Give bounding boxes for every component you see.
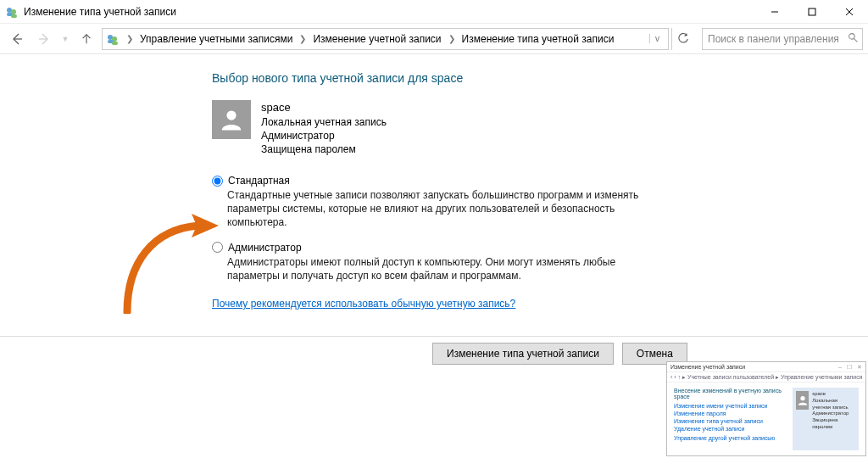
mini-user-name: space <box>812 391 855 398</box>
refresh-button[interactable] <box>671 28 693 50</box>
mini-link: Изменение типа учетной записи <box>674 418 786 424</box>
option-admin-desc: Администраторы имеют полный доступ к ком… <box>227 255 661 282</box>
close-button[interactable] <box>831 0 868 24</box>
mini-user-card: space Локальная учетная запись Администр… <box>793 388 859 450</box>
window-controls <box>756 0 868 24</box>
forward-button[interactable] <box>32 27 56 51</box>
radio-standard[interactable] <box>212 176 223 187</box>
breadcrumb-item[interactable]: Изменение учетной записи <box>311 31 442 47</box>
user-type: Локальная учетная запись <box>261 115 387 129</box>
search-icon[interactable] <box>848 32 859 46</box>
svg-point-17 <box>226 110 236 120</box>
mini-avatar <box>796 391 809 410</box>
search-input[interactable] <box>706 32 848 46</box>
mini-breadcrumb: ‹ › ↑ ▸ Учетные записи пользователей ▸ У… <box>670 374 862 381</box>
minimize-button[interactable] <box>756 0 793 24</box>
chevron-right-icon[interactable]: ❯ <box>445 34 459 43</box>
mini-user-type: Локальная учетная запись <box>812 398 855 411</box>
window-title: Изменение типа учетной записи <box>24 6 176 18</box>
back-button[interactable] <box>5 27 29 51</box>
content-area: Выбор нового типа учетной записи для spa… <box>0 54 868 310</box>
mini-link: Изменение пароля <box>674 411 786 416</box>
user-accounts-icon <box>5 5 19 19</box>
titlebar: Изменение типа учетной записи <box>0 0 868 24</box>
mini-user-role: Администратор <box>812 411 855 417</box>
mini-link: Удаление учетной записи <box>674 426 786 432</box>
apply-button[interactable]: Изменение типа учетной записи <box>432 343 614 365</box>
divider <box>0 336 868 337</box>
breadcrumb-item[interactable]: Управление учетными записями <box>138 31 294 47</box>
user-password-state: Защищена паролем <box>261 142 387 156</box>
page-title: Выбор нового типа учетной записи для spa… <box>212 71 868 85</box>
up-button[interactable] <box>75 27 98 51</box>
chevron-right-icon[interactable]: ❯ <box>123 34 136 43</box>
maximize-button[interactable] <box>793 0 831 24</box>
recent-dropdown-icon[interactable]: ▼ <box>59 27 71 51</box>
breadcrumb-item[interactable]: Изменение типа учетной записи <box>460 31 616 47</box>
svg-rect-14 <box>112 42 118 45</box>
help-link[interactable]: Почему рекомендуется использовать обычну… <box>212 298 515 310</box>
chevron-right-icon[interactable]: ❯ <box>296 34 309 43</box>
mini-window-controls: –☐✕ <box>838 364 862 371</box>
mini-titlebar: Изменение учетной записи –☐✕ <box>667 362 865 372</box>
chevron-down-icon[interactable]: v <box>649 34 665 43</box>
option-standard-label[interactable]: Стандартная <box>228 175 290 187</box>
avatar <box>212 100 251 139</box>
mini-title: Изменение учетной записи <box>670 364 745 370</box>
mini-user-pw: Защищена паролем <box>812 417 855 431</box>
option-standard-desc: Стандартные учетные записи позволяют зап… <box>227 188 661 230</box>
search-box[interactable] <box>702 28 863 50</box>
option-admin: Администратор Администраторы имеют полны… <box>212 242 661 282</box>
mini-link: Изменение имени учетной записи <box>674 403 786 409</box>
mini-link: Управление другой учетной записью <box>674 435 786 441</box>
annotation-arrow-icon <box>119 212 220 314</box>
account-type-options: Стандартная Стандартные учетные записи п… <box>212 175 661 310</box>
svg-line-16 <box>854 38 857 42</box>
mini-user-meta: space Локальная учетная запись Администр… <box>812 391 855 431</box>
user-meta: space Локальная учетная запись Администр… <box>261 100 387 156</box>
breadcrumb[interactable]: ❯ Управление учетными записями ❯ Изменен… <box>102 28 669 50</box>
svg-point-18 <box>800 396 804 400</box>
mini-content: Внесение изменений в учетную запись spac… <box>674 388 786 450</box>
svg-rect-5 <box>809 8 815 15</box>
user-name: space <box>261 100 387 115</box>
mini-heading: Внесение изменений в учетную запись spac… <box>674 388 786 399</box>
option-standard: Стандартная Стандартные учетные записи п… <box>212 175 661 230</box>
option-admin-label[interactable]: Администратор <box>228 242 302 254</box>
user-summary: space Локальная учетная запись Администр… <box>212 100 868 156</box>
mini-preview-window: Изменение учетной записи –☐✕ ‹ › ↑ ▸ Уче… <box>666 361 866 456</box>
user-accounts-icon <box>106 32 120 46</box>
radio-admin[interactable] <box>212 242 223 253</box>
svg-point-15 <box>849 33 855 39</box>
user-role: Администратор <box>261 129 387 142</box>
mini-navbar: ‹ › ↑ ▸ Учетные записи пользователей ▸ У… <box>667 372 865 383</box>
navbar: ▼ ❯ Управление учетными записями ❯ Измен… <box>0 24 868 54</box>
svg-rect-3 <box>11 14 17 18</box>
